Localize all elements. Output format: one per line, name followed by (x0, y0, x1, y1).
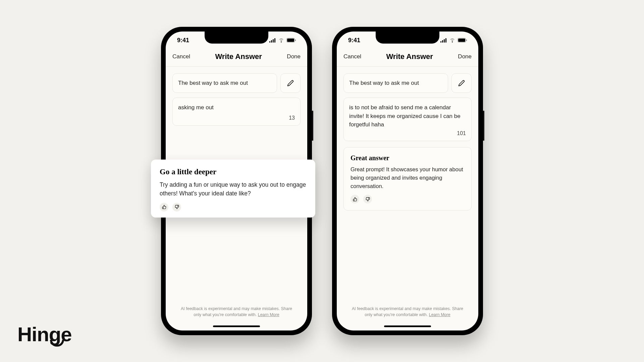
svg-rect-5 (287, 39, 294, 42)
edit-prompt-button[interactable] (280, 73, 301, 93)
svg-rect-12 (458, 39, 465, 42)
svg-rect-1 (271, 40, 272, 43)
thumbs-up-icon (162, 205, 166, 209)
feedback-card: Great answer Great prompt! It showcases … (343, 147, 472, 210)
prompt-card[interactable]: The best way to ask me out (172, 73, 277, 93)
disclaimer: AI feedback is experimental and may make… (337, 306, 478, 318)
thumbs-down-icon (366, 197, 370, 201)
feedback-headline: Great answer (351, 154, 465, 162)
feedback-body: Try adding a fun or unique way to ask yo… (160, 180, 307, 198)
feedback-rating (160, 203, 307, 212)
wifi-icon (449, 38, 455, 43)
screen-right: 9:41 Cancel Write Answer Done The best w… (337, 32, 478, 330)
thumbs-up-button[interactable] (351, 195, 359, 203)
battery-icon (286, 38, 296, 43)
stage: 9:41 Cancel Write Answer Done The best w… (0, 0, 644, 362)
learn-more-link[interactable]: Learn More (429, 312, 450, 317)
phone-left: 9:41 Cancel Write Answer Done The best w… (161, 27, 312, 335)
content-area: The best way to ask me out is to not be … (337, 67, 478, 217)
answer-input[interactable]: asking me out 13 (172, 98, 301, 126)
navbar: Cancel Write Answer Done (166, 49, 307, 67)
page-title: Write Answer (215, 52, 262, 61)
thumbs-down-button[interactable] (172, 203, 181, 212)
pencil-icon (458, 80, 465, 86)
status-time: 9:41 (177, 37, 189, 44)
thumbs-down-button[interactable] (363, 195, 372, 203)
feedback-rating (351, 195, 465, 203)
status-time: 9:41 (348, 37, 360, 44)
brand-logo: Hinge (17, 323, 72, 346)
notch (205, 32, 268, 44)
prompt-row: The best way to ask me out (172, 73, 301, 93)
svg-rect-3 (274, 38, 275, 43)
home-indicator[interactable] (213, 325, 260, 327)
content-area: The best way to ask me out asking me out… (166, 67, 307, 132)
feedback-headline: Go a little deeper (160, 168, 307, 176)
answer-text: is to not be afraid to send me a calenda… (349, 104, 461, 128)
svg-rect-13 (466, 40, 467, 41)
char-counter: 101 (457, 129, 466, 137)
page-title: Write Answer (386, 52, 433, 61)
prompt-card[interactable]: The best way to ask me out (343, 73, 448, 93)
svg-rect-6 (295, 40, 296, 41)
feedback-card: Go a little deeper Try adding a fun or u… (151, 160, 315, 218)
prompt-row: The best way to ask me out (343, 73, 472, 93)
char-counter: 13 (289, 114, 295, 122)
phone-right: 9:41 Cancel Write Answer Done The best w… (332, 27, 483, 335)
svg-rect-2 (273, 39, 274, 43)
thumbs-up-button[interactable] (160, 203, 168, 212)
answer-input[interactable]: is to not be afraid to send me a calenda… (343, 98, 472, 141)
pencil-icon (287, 80, 294, 86)
cellular-icon (269, 38, 276, 43)
svg-rect-0 (269, 41, 270, 43)
edit-prompt-button[interactable] (451, 73, 472, 93)
learn-more-link[interactable]: Learn More (258, 312, 279, 317)
thumbs-up-icon (353, 197, 357, 201)
done-button[interactable]: Done (458, 53, 472, 60)
navbar: Cancel Write Answer Done (337, 49, 478, 67)
home-indicator[interactable] (384, 325, 431, 327)
svg-rect-10 (445, 38, 446, 43)
cancel-button[interactable]: Cancel (343, 53, 361, 60)
feedback-body: Great prompt! It showcases your humor ab… (351, 165, 465, 190)
thumbs-down-icon (175, 205, 179, 209)
status-icons (440, 38, 467, 43)
status-icons (269, 38, 296, 43)
done-button[interactable]: Done (287, 53, 301, 60)
disclaimer: AI feedback is experimental and may make… (166, 306, 307, 318)
battery-icon (458, 38, 467, 43)
notch (376, 32, 439, 44)
wifi-icon (278, 38, 284, 43)
cellular-icon (440, 38, 447, 43)
svg-rect-9 (444, 39, 445, 43)
answer-text: asking me out (178, 104, 214, 111)
cancel-button[interactable]: Cancel (172, 53, 190, 60)
svg-rect-8 (442, 40, 443, 43)
svg-rect-7 (440, 41, 441, 43)
